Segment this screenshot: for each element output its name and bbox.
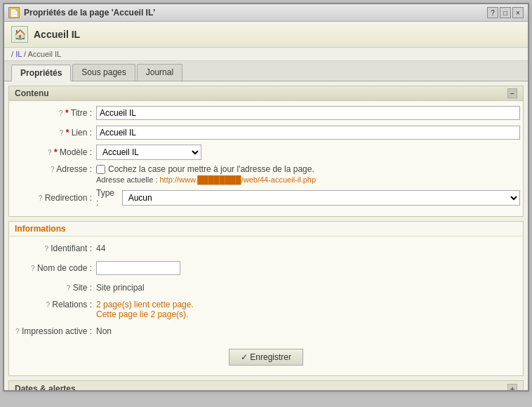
contenu-section-title: Contenu (15, 88, 49, 98)
main-content: Contenu − ? * Titre : (4, 81, 528, 390)
dates-alertes-header[interactable]: Dates & alertes + (9, 381, 523, 390)
redirection-type-select[interactable]: Aucun (122, 190, 520, 206)
identifiant-value-wrapper: 44 (96, 243, 520, 253)
modele-select[interactable]: Accueil IL (96, 145, 201, 160)
adresse-checkbox-label: Cochez la case pour mettre à jour l'adre… (96, 164, 520, 174)
adresse-checkbox[interactable] (96, 165, 105, 174)
informations-section-body: ? Identifiant : 44 ? Nom de code : (9, 236, 523, 375)
impression-value: Non (96, 326, 112, 336)
lien-label: ? * Lien : (12, 128, 96, 138)
impression-help-icon[interactable]: ? (15, 328, 20, 335)
titre-input-wrapper (96, 106, 520, 120)
nom-code-label: ? Nom de code : (12, 263, 96, 273)
impression-row: ? Impression active : Non (12, 323, 520, 339)
tab-journal[interactable]: Journal (137, 64, 182, 81)
redirection-type-label: Type : (96, 188, 118, 208)
breadcrumb-current: Accueil IL (27, 50, 61, 58)
close-button[interactable]: × (512, 7, 524, 18)
informations-section-title: Informations (15, 224, 66, 234)
breadcrumb: / IL / Accueil IL (4, 48, 528, 61)
site-value-wrapper: Site principal (96, 283, 520, 293)
adresse-url[interactable]: http://www.████████/web/44-accueil-il.ph… (160, 175, 317, 184)
page-header: 🏠 Accueil IL (4, 22, 528, 48)
lien-input[interactable] (96, 126, 520, 140)
page-title: Accueil IL (34, 29, 80, 40)
lien-input-wrapper (96, 126, 520, 140)
page-icon: 🏠 (11, 26, 28, 43)
lien-help-icon[interactable]: ? (60, 129, 64, 137)
informations-section-header: Informations (9, 222, 523, 236)
title-bar: 📄 Propriétés de la page 'Accueil IL' ? □… (4, 4, 528, 22)
enregistrer-button[interactable]: ✓ Enregistrer (229, 349, 303, 366)
impression-label: ? Impression active : (12, 326, 96, 336)
nom-code-row: ? Nom de code : (12, 260, 520, 276)
redirection-input-wrapper: Type : Aucun (96, 188, 520, 208)
adresse-input-wrapper: Cochez la case pour mettre à jour l'adre… (96, 164, 520, 184)
title-bar-buttons: ? □ × (487, 7, 524, 18)
contenu-section: Contenu − ? * Titre : (8, 86, 524, 217)
modele-input-wrapper: Accueil IL (96, 145, 520, 160)
relations-value-wrapper: 2 page(s) lient cette page. Cette page l… (96, 300, 520, 319)
contenu-section-header: Contenu − (9, 86, 523, 101)
modele-label: ? * Modèle : (12, 147, 96, 157)
nom-code-input-wrapper (96, 261, 520, 275)
relations-line2[interactable]: Cette page lie 2 page(s). (96, 309, 520, 319)
site-help-icon[interactable]: ? (67, 284, 71, 292)
dates-alertes-section: Dates & alertes + (8, 380, 524, 390)
tabs-bar: Propriétés Sous pages Journal (4, 61, 528, 81)
relations-help-icon[interactable]: ? (46, 301, 50, 309)
redirection-label: ? Redirection : (12, 193, 96, 203)
window-title: Propriétés de la page 'Accueil IL' (24, 8, 155, 18)
breadcrumb-root[interactable]: IL (15, 50, 22, 58)
titre-label: ? * Titre : (12, 108, 96, 118)
dates-alertes-toggle[interactable]: + (507, 384, 517, 390)
tab-proprietes[interactable]: Propriétés (11, 65, 71, 81)
contenu-section-body: ? * Titre : ? * Lien : (9, 101, 523, 216)
identifiant-label: ? Identifiant : (12, 243, 96, 253)
site-row: ? Site : Site principal (12, 280, 520, 295)
modele-row: ? * Modèle : Accueil IL (12, 145, 520, 160)
site-value: Site principal (96, 283, 145, 293)
informations-section: Informations ? Identifiant : 44 ? (8, 221, 524, 376)
modele-help-icon[interactable]: ? (48, 149, 52, 156)
identifiant-value: 44 (96, 243, 105, 253)
help-button[interactable]: ? (487, 7, 498, 18)
nom-code-input[interactable] (96, 261, 180, 275)
identifiant-help-icon[interactable]: ? (44, 245, 48, 253)
title-bar-left: 📄 Propriétés de la page 'Accueil IL' (8, 7, 155, 18)
register-row: ✓ Enregistrer (12, 343, 520, 371)
adresse-row: ? Adresse : Cochez la case pour mettre à… (12, 164, 520, 184)
redirection-help-icon[interactable]: ? (39, 194, 43, 202)
identifiant-row: ? Identifiant : 44 (12, 241, 520, 256)
window-icon: 📄 (8, 7, 20, 18)
main-window: 📄 Propriétés de la page 'Accueil IL' ? □… (3, 3, 529, 392)
contenu-section-toggle[interactable]: − (507, 88, 517, 98)
lien-row: ? * Lien : (12, 125, 520, 140)
titre-input[interactable] (96, 106, 520, 120)
tab-sous-pages[interactable]: Sous pages (72, 64, 135, 81)
adresse-actuelle: Adresse actuelle : http://www.████████/w… (96, 175, 520, 184)
site-label: ? Site : (12, 283, 96, 293)
nom-code-help-icon[interactable]: ? (31, 265, 35, 272)
relations-label: ? Relations : (12, 300, 96, 309)
relations-line1[interactable]: 2 page(s) lient cette page. (96, 300, 520, 309)
adresse-help-icon[interactable]: ? (51, 166, 55, 173)
redirection-row: ? Redirection : Type : Aucun (12, 188, 520, 208)
impression-value-wrapper: Non (96, 326, 520, 336)
minimize-button[interactable]: □ (500, 7, 511, 18)
relations-row: ? Relations : 2 page(s) lient cette page… (12, 300, 520, 319)
titre-row: ? * Titre : (12, 105, 520, 121)
adresse-checkbox-text: Cochez la case pour mettre à jour l'adre… (108, 164, 314, 174)
adresse-label: ? Adresse : (12, 164, 96, 174)
dates-alertes-title: Dates & alertes (15, 384, 76, 390)
titre-help-icon[interactable]: ? (59, 109, 63, 117)
